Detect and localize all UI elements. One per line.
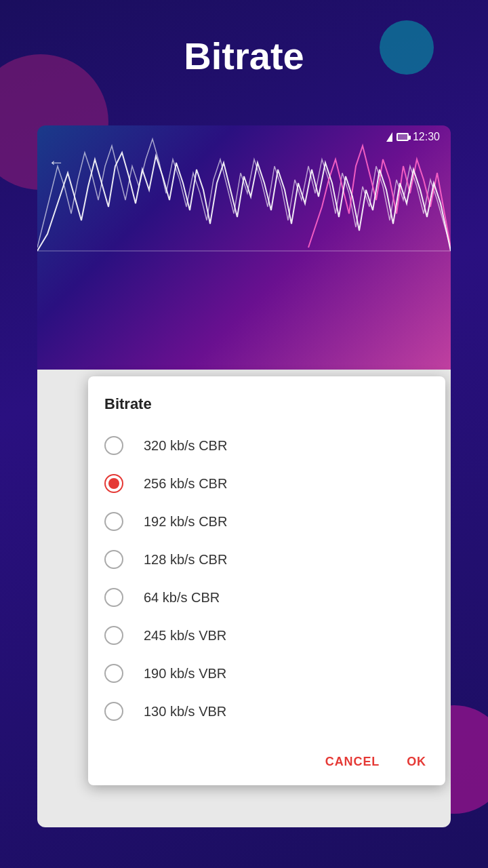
- dialog-title: Bitrate: [104, 395, 429, 413]
- option-192-cbr[interactable]: 192 kb/s CBR: [104, 502, 429, 540]
- cancel-button[interactable]: CANCEL: [323, 749, 382, 774]
- label-128-cbr: 128 kb/s CBR: [144, 552, 227, 568]
- status-time: 12:30: [413, 131, 440, 143]
- radio-192-cbr[interactable]: [104, 512, 123, 531]
- dialog-actions: CANCEL OK: [104, 744, 429, 774]
- phone-screen: 12:30 ← Bitrate 320 kb/s CBR 256 kb/s CB…: [37, 125, 451, 827]
- radio-130-vbr[interactable]: [104, 702, 123, 721]
- label-64-cbr: 64 kb/s CBR: [144, 590, 220, 606]
- option-320-cbr[interactable]: 320 kb/s CBR: [104, 427, 429, 465]
- waveform-background: 12:30 ←: [37, 125, 451, 370]
- option-130-vbr[interactable]: 130 kb/s VBR: [104, 692, 429, 730]
- label-190-vbr: 190 kb/s VBR: [144, 666, 226, 682]
- label-256-cbr: 256 kb/s CBR: [144, 476, 227, 492]
- page-title: Bitrate: [0, 34, 488, 78]
- radio-64-cbr[interactable]: [104, 588, 123, 607]
- label-245-vbr: 245 kb/s VBR: [144, 628, 226, 644]
- option-128-cbr[interactable]: 128 kb/s CBR: [104, 540, 429, 578]
- option-64-cbr[interactable]: 64 kb/s CBR: [104, 578, 429, 616]
- radio-128-cbr[interactable]: [104, 550, 123, 569]
- label-130-vbr: 130 kb/s VBR: [144, 704, 226, 719]
- ok-button[interactable]: OK: [404, 749, 429, 774]
- signal-icon: [386, 132, 392, 142]
- battery-icon: [396, 133, 409, 141]
- label-192-cbr: 192 kb/s CBR: [144, 514, 227, 530]
- option-256-cbr[interactable]: 256 kb/s CBR: [104, 465, 429, 502]
- label-320-cbr: 320 kb/s CBR: [144, 438, 227, 454]
- radio-245-vbr[interactable]: [104, 626, 123, 645]
- radio-320-cbr[interactable]: [104, 436, 123, 455]
- option-245-vbr[interactable]: 245 kb/s VBR: [104, 616, 429, 654]
- radio-256-cbr[interactable]: [104, 474, 123, 493]
- option-190-vbr[interactable]: 190 kb/s VBR: [104, 654, 429, 692]
- bitrate-dialog: Bitrate 320 kb/s CBR 256 kb/s CBR 192 kb…: [88, 376, 445, 785]
- status-bar: 12:30: [386, 131, 440, 143]
- radio-190-vbr[interactable]: [104, 664, 123, 683]
- back-button[interactable]: ←: [48, 153, 64, 172]
